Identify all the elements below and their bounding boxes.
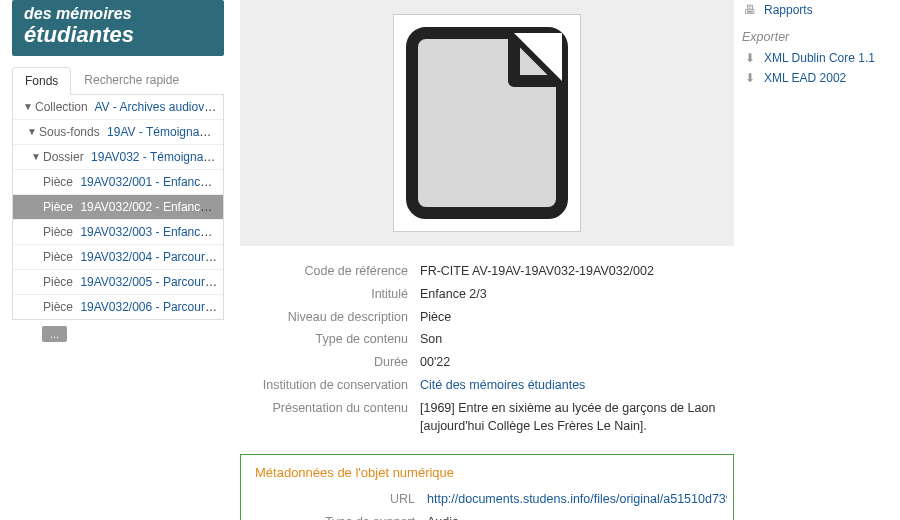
field-value: Audio xyxy=(427,513,459,520)
download-icon: ⬇ xyxy=(742,51,758,65)
object-url-link[interactable]: http://documents.studens.info/files/orig… xyxy=(427,490,727,509)
tree-tabs: Fonds Recherche rapide xyxy=(12,66,224,95)
caret-down-icon: ▼ xyxy=(27,126,37,137)
field-label: Institution de conservation xyxy=(240,376,420,395)
field-value: [1969] Entre en sixième au lycée de garç… xyxy=(420,399,734,437)
field-label: Niveau de description xyxy=(240,308,420,327)
field-label: Code de référence xyxy=(240,262,420,281)
field-label: Intitulé xyxy=(240,285,420,304)
field-value: Son xyxy=(420,330,442,349)
field-label: URL xyxy=(247,490,427,509)
tab-quick-search[interactable]: Recherche rapide xyxy=(71,66,192,94)
field-value: FR-CITE AV-19AV-19AV032-19AV032/002 xyxy=(420,262,654,281)
print-icon: 🖶 xyxy=(742,3,758,17)
tab-fonds[interactable]: Fonds xyxy=(12,67,71,95)
logo-line2: étudiantes xyxy=(24,23,212,46)
reports-link[interactable]: 🖶 Rapports xyxy=(742,0,900,20)
caret-down-icon: ▼ xyxy=(31,151,41,162)
export-dc-link[interactable]: ⬇ XML Dublin Core 1.1 xyxy=(742,48,900,68)
app-logo[interactable]: des mémoires étudiantes xyxy=(12,0,224,56)
tree-item[interactable]: Pièce 19AV032/003 - Enfance 3/3 xyxy=(13,220,223,245)
field-value: Enfance 2/3 xyxy=(420,285,487,304)
tree: ▼ Collection AV - Archives audiovisuelle… xyxy=(12,95,224,320)
export-heading: Exporter xyxy=(742,30,900,44)
tree-dossier[interactable]: ▼ Dossier 19AV032 - Témoignage de Gille.… xyxy=(13,145,223,170)
field-label: Présentation du contenu xyxy=(240,399,420,437)
field-value: Pièce xyxy=(420,308,451,327)
metadata-heading: Métadonnées de l'objet numérique xyxy=(255,465,727,480)
tree-item[interactable]: Pièce 19AV032/004 - Parcours scolaire ..… xyxy=(13,245,223,270)
link-label: XML EAD 2002 xyxy=(764,71,846,85)
document-icon xyxy=(402,23,572,223)
caret-down-icon: ▼ xyxy=(23,101,33,112)
field-label: Type de support xyxy=(247,513,427,520)
tree-collection[interactable]: ▼ Collection AV - Archives audiovisuelle… xyxy=(13,95,223,120)
export-ead-link[interactable]: ⬇ XML EAD 2002 xyxy=(742,68,900,88)
digital-object-metadata: Métadonnées de l'objet numérique URLhttp… xyxy=(240,454,734,520)
link-label: Rapports xyxy=(764,3,813,17)
preview-thumbnail[interactable] xyxy=(393,14,581,232)
logo-line1: des mémoires xyxy=(24,6,212,23)
institution-link[interactable]: Cité des mémoires étudiantes xyxy=(420,376,585,395)
field-label: Durée xyxy=(240,353,420,372)
field-value: 00'22 xyxy=(420,353,450,372)
link-label: XML Dublin Core 1.1 xyxy=(764,51,875,65)
description-fields: Code de référenceFR-CITE AV-19AV-19AV032… xyxy=(240,260,734,438)
tree-sousfonds[interactable]: ▼ Sous-fonds 19AV - Témoignages xyxy=(13,120,223,145)
tree-item[interactable]: Pièce 19AV032/001 - Enfance 1/3 xyxy=(13,170,223,195)
field-label: Type de contenu xyxy=(240,330,420,349)
tree-item[interactable]: Pièce 19AV032/005 - Parcours scolaire ..… xyxy=(13,270,223,295)
tree-more-button[interactable]: ... xyxy=(42,326,67,342)
tree-item[interactable]: Pièce 19AV032/006 - Parcours scolaire ..… xyxy=(13,295,223,319)
download-icon: ⬇ xyxy=(742,71,758,85)
preview-area xyxy=(240,0,734,246)
tree-item-selected[interactable]: Pièce 19AV032/002 - Enfance 2/3 xyxy=(13,195,223,220)
